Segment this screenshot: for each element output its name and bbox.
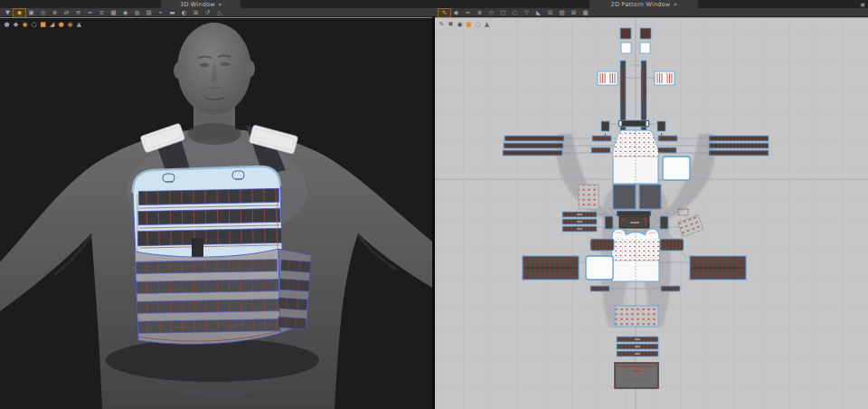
avatar-silhouette-toggle-icon[interactable]: ◉ bbox=[456, 21, 464, 29]
pattern-piece-carrier-bib[interactable] bbox=[619, 216, 649, 228]
wind-icon[interactable]: ↺ bbox=[202, 9, 213, 17]
material-sphere-icon[interactable]: ◉ bbox=[66, 21, 74, 29]
pattern-piece-webbing-strip[interactable] bbox=[709, 150, 769, 156]
solidify-icon[interactable]: ▦ bbox=[108, 9, 119, 17]
tab-2d-pattern-window[interactable]: 2D Pattern Window▾ bbox=[590, 0, 698, 8]
zoom-avatar-icon[interactable]: ◉ bbox=[21, 21, 29, 29]
pattern-piece-side-tab-left[interactable] bbox=[605, 216, 613, 229]
show-seam-icon[interactable]: ○ bbox=[474, 21, 482, 29]
delete-guide-icon[interactable]: ✖ bbox=[447, 21, 455, 29]
pattern-piece-stitch-flap[interactable] bbox=[579, 185, 599, 209]
pattern-piece-plate-pocket-front[interactable] bbox=[663, 157, 690, 180]
pattern-piece-side-webbing-right[interactable] bbox=[660, 239, 684, 251]
pattern-piece-stitch-panel[interactable] bbox=[615, 306, 658, 327]
edit-curvature-icon[interactable]: ≈ bbox=[462, 9, 474, 17]
pattern-piece-webbing-strip[interactable] bbox=[709, 143, 769, 148]
pattern-piece-webbing-strip[interactable] bbox=[504, 143, 563, 148]
transform-pattern-icon[interactable]: ◆ bbox=[450, 9, 462, 17]
fix-pin-icon[interactable]: ⊕ bbox=[49, 9, 61, 17]
2d-pattern-scene[interactable] bbox=[435, 18, 868, 409]
pattern-piece-webbing-strip[interactable] bbox=[617, 344, 658, 349]
grading-icon[interactable]: ⊞ bbox=[568, 9, 580, 17]
avatar-skin-icon[interactable]: ● bbox=[57, 21, 65, 29]
pattern-piece-side-release-left[interactable] bbox=[598, 71, 618, 85]
avatar-stand-icon[interactable]: ▲ bbox=[75, 21, 83, 29]
button-tool-icon[interactable]: ◉ bbox=[119, 9, 131, 17]
measure-icon[interactable]: ⌖ bbox=[155, 9, 166, 17]
pattern-piece-side-webbing-left[interactable] bbox=[590, 239, 614, 251]
internal-polygon-icon[interactable]: ▨ bbox=[556, 9, 568, 17]
3d-scene[interactable] bbox=[0, 18, 432, 409]
pattern-piece-shoulder-pad-right[interactable] bbox=[640, 43, 650, 53]
front-tab[interactable] bbox=[192, 238, 203, 257]
select-lasso-icon[interactable]: ◎ bbox=[37, 9, 49, 17]
show-avatar-icon[interactable]: ● bbox=[3, 21, 11, 29]
rectangle-pattern-icon[interactable]: □ bbox=[497, 9, 509, 17]
pattern-piece-webbing-strip[interactable] bbox=[562, 226, 597, 232]
seam-allowance-icon[interactable]: ⊟ bbox=[544, 9, 556, 17]
pattern-piece-top-bar[interactable] bbox=[617, 211, 651, 216]
pattern-piece-webbing-strip[interactable] bbox=[617, 337, 658, 342]
circle-pattern-icon[interactable]: ○ bbox=[509, 9, 521, 17]
pattern-piece-webbing-strip[interactable] bbox=[657, 147, 676, 153]
show-cloth-icon[interactable]: ■ bbox=[39, 21, 47, 29]
sew-free-icon[interactable]: ≈ bbox=[84, 9, 96, 17]
pattern-piece-webbing-strip[interactable] bbox=[562, 219, 597, 224]
pattern-piece-webbing-strip[interactable] bbox=[592, 136, 611, 141]
notch-tool-icon[interactable]: ◣ bbox=[533, 9, 544, 17]
pattern-piece-chest-bar[interactable] bbox=[618, 120, 649, 127]
chest-webbing[interactable] bbox=[137, 188, 281, 248]
buttonhole-icon[interactable]: ◍ bbox=[131, 9, 143, 17]
pattern-piece-webbing-strip[interactable] bbox=[617, 351, 658, 357]
pattern-piece-webbing-strip[interactable] bbox=[505, 136, 564, 141]
pattern-piece-webbing-strip[interactable] bbox=[562, 212, 597, 217]
sew-segment-icon[interactable]: ≋ bbox=[72, 9, 84, 17]
pattern-piece-webbing-strip[interactable] bbox=[661, 286, 680, 291]
avatar-head-icon[interactable]: ○ bbox=[30, 21, 38, 29]
pattern-base-line-icon[interactable]: ▲ bbox=[483, 21, 491, 29]
chevron-down-icon[interactable]: ▾ bbox=[674, 1, 676, 7]
edit-scale-icon[interactable]: ✎ bbox=[438, 21, 446, 29]
move-gizmo-icon[interactable]: ⇄ bbox=[61, 9, 72, 17]
pattern-piece-base-panel[interactable] bbox=[615, 363, 658, 388]
simulate-icon[interactable]: ▼ bbox=[2, 9, 14, 17]
pattern-piece-webbing-strip[interactable] bbox=[591, 147, 610, 153]
pattern-piece-flap-left[interactable] bbox=[613, 185, 636, 209]
flatten-icon[interactable]: ◐ bbox=[178, 9, 190, 17]
pattern-piece-shoulder-pad-left[interactable] bbox=[621, 43, 631, 53]
zipper-icon[interactable]: ▤ bbox=[143, 9, 155, 17]
pattern-piece-plate-pocket-back[interactable] bbox=[586, 256, 613, 280]
walk-avatar-icon[interactable]: △ bbox=[213, 9, 225, 17]
pattern-piece-shoulder-buckle-right[interactable] bbox=[640, 28, 651, 39]
pattern-piece-webbing-strip[interactable] bbox=[503, 150, 562, 156]
texture-editor-icon[interactable]: ▦ bbox=[580, 9, 591, 17]
dart-tool-icon[interactable]: ▽ bbox=[521, 9, 533, 17]
pattern-piece-cummerbund-left[interactable] bbox=[523, 256, 579, 280]
scale-tool-icon[interactable]: ⊞ bbox=[190, 9, 202, 17]
pattern-piece-front-panel[interactable] bbox=[613, 130, 658, 184]
float-window-icon[interactable]: ▣ bbox=[860, 1, 865, 7]
3d-viewport[interactable]: ●◆◉○■◢●◉▲ bbox=[0, 17, 432, 409]
avatar-pose-icon[interactable]: ◆ bbox=[12, 21, 20, 29]
pattern-piece-webbing-strip[interactable] bbox=[658, 136, 677, 141]
pattern-piece-back-panel[interactable] bbox=[612, 229, 659, 281]
2d-pattern-viewport[interactable]: ✎✖◉■○▲ bbox=[435, 17, 868, 409]
tape-icon[interactable]: ▬ bbox=[166, 9, 178, 17]
add-point-icon[interactable]: ⊕ bbox=[474, 9, 486, 17]
select-move-icon[interactable]: ◆ bbox=[14, 9, 25, 17]
select-box-icon[interactable]: ▣ bbox=[25, 9, 37, 17]
show-grid-icon[interactable]: ■ bbox=[465, 21, 473, 29]
edit-pattern-icon[interactable]: ✎ bbox=[439, 9, 450, 17]
pattern-piece-flap-right[interactable] bbox=[639, 185, 661, 209]
pattern-piece-cummerbund-right[interactable] bbox=[690, 256, 746, 280]
pattern-piece-side-tab-right[interactable] bbox=[660, 216, 668, 229]
pattern-piece-shoulder-buckle-left[interactable] bbox=[620, 28, 631, 39]
steam-icon[interactable]: ≡ bbox=[96, 9, 108, 17]
tab-3d-window[interactable]: 3D Window▾ bbox=[161, 0, 241, 8]
pattern-piece-side-release-right[interactable] bbox=[655, 71, 675, 85]
polygon-pattern-icon[interactable]: ◇ bbox=[486, 9, 497, 17]
pattern-piece-webbing-strip[interactable] bbox=[709, 136, 769, 141]
chevron-down-icon[interactable]: ▾ bbox=[219, 1, 222, 7]
arrange-points-icon[interactable]: ◢ bbox=[48, 21, 56, 29]
pattern-piece-webbing-strip[interactable] bbox=[590, 286, 609, 291]
